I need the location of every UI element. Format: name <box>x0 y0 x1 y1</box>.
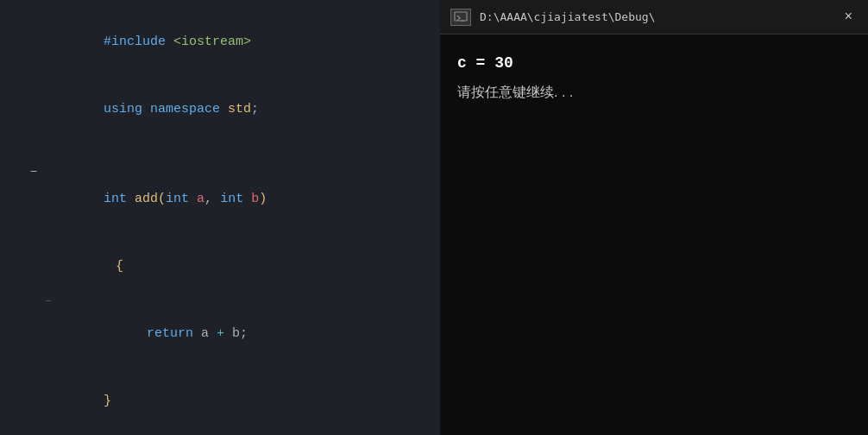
fold-icon-6 <box>28 300 40 312</box>
code-line-7: } <box>0 368 440 435</box>
code-line-6: return a + b; <box>0 300 440 368</box>
terminal-title: D:\AAAA\cjiajiatest\Debug\ <box>480 10 839 23</box>
terminal-close-button[interactable]: × <box>839 8 858 27</box>
fold-icon-5 <box>28 233 40 245</box>
code-text-1: #include <iostream> <box>41 9 433 76</box>
code-line-5: { <box>0 233 440 300</box>
code-text-5: { <box>53 233 433 300</box>
terminal-titlebar: D:\AAAA\cjiajiatest\Debug\ × <box>440 0 868 35</box>
code-line-1: #include <iostream> <box>0 9 440 76</box>
terminal-icon <box>450 9 471 26</box>
code-line-3 <box>0 143 440 166</box>
code-text-7: } <box>41 368 433 435</box>
fold-icon-1 <box>28 9 40 21</box>
code-text-2: using namespace std; <box>41 76 433 143</box>
fold-icon-7 <box>28 368 40 380</box>
fold-minus-icon-4[interactable]: − <box>28 166 40 178</box>
svg-rect-0 <box>455 12 467 21</box>
fold-icon-2 <box>28 76 40 88</box>
code-content: #include <iostream> using namespace std;… <box>0 0 440 435</box>
code-text-6: return a + b; <box>53 300 433 368</box>
code-text-4: int add(int a, int b) <box>41 166 433 233</box>
code-editor: #include <iostream> using namespace std;… <box>0 0 440 435</box>
terminal-prompt-line: 请按任意键继续. . . <box>457 82 851 103</box>
code-line-4: − int add(int a, int b) <box>0 166 440 233</box>
terminal-panel: D:\AAAA\cjiajiatest\Debug\ × c = 30 请按任意… <box>440 0 868 435</box>
terminal-body: c = 30 请按任意键继续. . . <box>440 35 868 435</box>
terminal-output-line: c = 30 <box>457 52 851 75</box>
code-line-2: using namespace std; <box>0 76 440 143</box>
